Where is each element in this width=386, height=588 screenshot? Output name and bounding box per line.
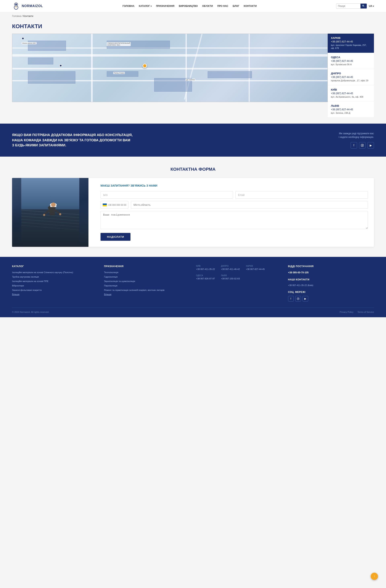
submit-button[interactable]: НАДІСЛАТИ [100, 233, 131, 241]
nav-catalog[interactable]: КАТАЛОГ ▾ [139, 5, 152, 7]
svg-line-18 [44, 210, 50, 215]
privacy-policy-link[interactable]: Privacy Policy [340, 311, 353, 313]
map-road [12, 68, 328, 69]
map-container[interactable]: УЧЕБНО-ВОСПИТАТЕЛЬНЫЙКОМПЛЕКС №21 Мовна … [12, 34, 328, 102]
offices-sidebar: ХАРКІВ +38 (067) 827-44-45 вул. проспект… [328, 34, 374, 118]
main-nav: ГОЛОВНА КАТАЛОГ ▾ ПРИЗНАЧЕННЯ ВИРОБНИЦТВ… [122, 5, 256, 7]
footer-odesa-phone: +38 067-826-97-97 [196, 277, 215, 281]
map-section: УЧЕБНО-ВОСПИТАТЕЛЬНЫЙКОМПЛЕКС №21 Мовна … [0, 34, 386, 124]
youtube-icon[interactable]: ▶ [367, 142, 374, 148]
breadcrumb-current: Контакти [23, 15, 33, 18]
footer-facebook-icon[interactable]: f [288, 296, 294, 302]
office-city-kharkiv: ХАРКІВ [331, 36, 371, 40]
nav-about[interactable]: ПРО НАС [217, 5, 228, 7]
footer-odesa-label: ОДЕСА [196, 274, 215, 277]
search-button[interactable]: 🔍 [361, 4, 367, 8]
form-subtitle: МАЄШ ЗАПИТАННЯ? ЗВ'ЯЖИСЬ З НАМИ [100, 184, 368, 187]
office-card-dnipro[interactable]: ДНІПРО +38 (067) 827-44-45 провулок Добр… [328, 69, 374, 85]
nav-production[interactable]: ВИРОБНИЦТВО [179, 5, 198, 7]
office-phone-kharkiv: +38 (067) 827-44-45 [331, 40, 371, 43]
page-title-section: КОНТАКТИ [0, 20, 386, 34]
footer-catalog-item-1[interactable]: Ізоляційні матеріали на основі Спіненого… [12, 270, 98, 274]
footer-kyiv-label: Київ [196, 265, 215, 267]
map-label: УЧЕБНО-ВОСПИТАТЕЛЬНЫЙКОМПЛЕКС №21 [107, 42, 131, 46]
footer-youtube-icon[interactable]: ▶ [303, 296, 308, 302]
footer-pryz-more[interactable]: Більше [104, 293, 112, 295]
chevron-down-icon: ▾ [151, 5, 152, 7]
footer-catalog-more[interactable]: Більше [12, 293, 19, 295]
language-selector[interactable]: UA ▾ [369, 5, 374, 7]
footer-pryz-item-5[interactable]: Ремонт та герметизація склінней покрівлі… [104, 288, 190, 292]
nav-recognition[interactable]: ПРИЗНАЧЕННЯ [156, 5, 174, 7]
office-card-lviv[interactable]: ЛЬВІВ +38 (067) 827-44-45 вул. Зелена, 2… [328, 102, 374, 118]
footer-pryz-item-2[interactable]: Гідроізоляція [104, 274, 190, 279]
footer-pryz-item-1[interactable]: Теплоізоляція [104, 270, 190, 274]
breadcrumb-home[interactable]: Головна [12, 15, 21, 18]
nav-blog[interactable]: БЛОГ [232, 5, 239, 7]
search-box: 🔍 [336, 3, 367, 9]
instagram-icon[interactable] [359, 142, 366, 148]
footer-postachannya-title: ВІДДІ ПОСТАЧАННЯ [288, 265, 374, 268]
email-input[interactable] [235, 191, 368, 199]
map-label: Палац Спорту [113, 72, 125, 74]
office-card-odesa[interactable]: ОДЕСА +38 (067) 827-44-45 вул. Бугаївськ… [328, 53, 374, 69]
svg-line-10 [21, 222, 79, 227]
map-road [249, 34, 250, 102]
nav-home[interactable]: ГОЛОВНА [122, 5, 134, 7]
lang-chevron-icon: ▾ [373, 5, 374, 7]
form-wrapper: МАЄШ ЗАПИТАННЯ? ЗВ'ЯЖИСЬ З НАМИ +38 000 … [12, 178, 374, 247]
footer-social-title: СОЦ. МЕРЕЖІ [288, 291, 374, 294]
message-textarea[interactable] [100, 211, 368, 229]
footer-catalog-item-3[interactable]: Ізоляційні матеріали на основі ППЕ [12, 279, 98, 283]
form-row-name-email [100, 191, 368, 199]
office-addr-kharkiv: вул. проспект Героїв Харкова, 257, оф. 6… [331, 44, 371, 50]
office-phone-dnipro: +38 (067) 827-44-45 [331, 76, 371, 79]
map-pin-small [22, 37, 24, 40]
map-pin [143, 63, 147, 68]
map-label: ДС-ХАРКІВ [186, 79, 195, 81]
form-image [12, 178, 88, 247]
footer-grid: КАТАЛОГ Ізоляційні матеріали на основі С… [12, 265, 374, 302]
facebook-icon[interactable]: f [351, 142, 357, 148]
form-row-phone-city: +38 000 000 00 00 [100, 201, 368, 209]
nav-contacts[interactable]: КОНТАКТИ [244, 5, 256, 7]
footer-instagram-icon[interactable] [295, 296, 301, 302]
social-icons: f ▶ [339, 142, 374, 148]
office-card-kyiv[interactable]: КИЇВ +38 (067) 827-44-45 вул. Ак.Кримськ… [328, 85, 374, 102]
map-pin-small [59, 64, 62, 67]
svg-line-9 [21, 219, 79, 224]
map-building [208, 71, 252, 78]
footer-pryznachennya-title: ПРИЗНАЧЕННЯ [104, 265, 190, 268]
footer-contacts-title: НАШІ КОНТАКТИ [288, 278, 374, 281]
cta-right: Ми завжди раді підтримати васі надати не… [339, 132, 374, 148]
footer-pryz-item-3[interactable]: Звукоізоляція та шумоізоляція [104, 279, 190, 283]
footer-catalog-item-2[interactable]: Трубна каучукова ізоляція [12, 274, 98, 279]
svg-line-11 [21, 226, 79, 230]
breadcrumb-separator: / [22, 15, 22, 18]
header: NORMAIZOL ГОЛОВНА КАТАЛОГ ▾ ПРИЗНАЧЕННЯ … [0, 0, 386, 12]
header-right: 🔍 UA ▾ [336, 3, 374, 9]
footer-dnipro-label: Дніпро [221, 265, 240, 267]
footer-catalog-item-4[interactable]: Віброопори [12, 283, 98, 288]
office-card-kharkiv[interactable]: ХАРКІВ +38 (067) 827-44-45 вул. проспект… [328, 34, 374, 53]
office-city-kyiv: КИЇВ [331, 88, 371, 91]
footer-legal: Privacy Policy Terms of Service [340, 311, 374, 313]
svg-rect-2 [361, 144, 364, 147]
svg-line-6 [21, 210, 79, 215]
logo[interactable]: NORMAIZOL [12, 2, 43, 10]
footer-kharkiv-phone: +38 067-827-44-45 [246, 268, 265, 271]
city-input[interactable] [131, 201, 368, 209]
name-input[interactable] [100, 191, 233, 199]
logo-text: NORMAIZOL [22, 4, 43, 8]
office-phone-lviv: +38 (067) 827-44-45 [331, 108, 371, 111]
footer-kyiv-phone: +38 067-411-35-22 [196, 268, 215, 271]
map-background: УЧЕБНО-ВОСПИТАТЕЛЬНЫЙКОМПЛЕКС №21 Мовна … [12, 34, 328, 102]
footer-catalog-title: КАТАЛОГ [12, 265, 98, 268]
footer-catalog-item-5[interactable]: Захисні фольговані покриття [12, 288, 98, 292]
search-input[interactable] [336, 4, 361, 8]
footer-pryz-item-4[interactable]: Пароізоляція [104, 283, 190, 288]
terms-of-service-link[interactable]: Terms of Service [357, 311, 374, 313]
nav-objects[interactable]: ОБ'ЄКТИ [202, 5, 213, 7]
map-road [91, 34, 93, 102]
worker-illustration [12, 178, 88, 247]
